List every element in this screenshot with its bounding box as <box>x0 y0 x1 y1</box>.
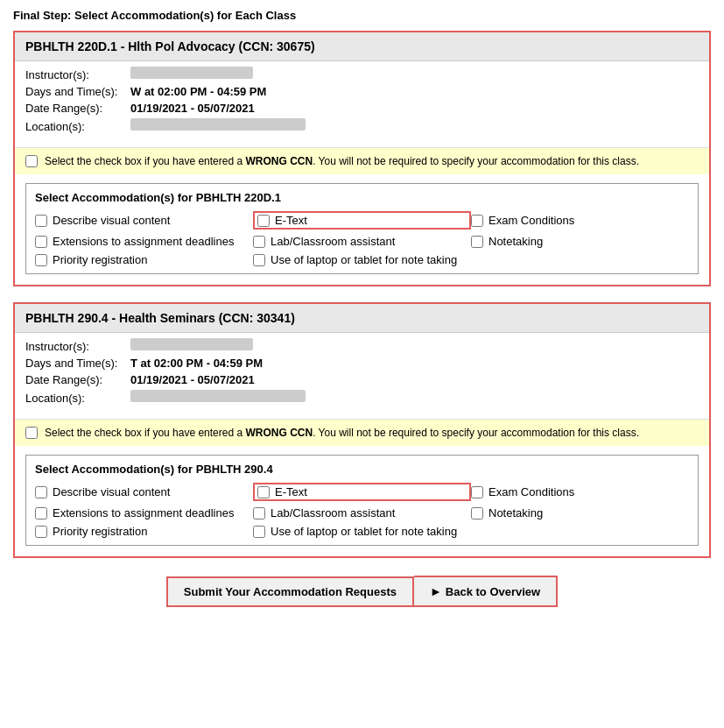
accom-label: Extensions to assignment deadlines <box>53 506 234 519</box>
date-label: Date Range(s): <box>25 373 130 386</box>
wrong-ccn-box-2: Select the check box if you have entered… <box>15 419 709 446</box>
etext-label: E-Text <box>275 485 307 498</box>
accom-item-4: Lab/Classroom assistant <box>253 506 471 519</box>
accom-item-3: Extensions to assignment deadlines <box>35 506 253 519</box>
accom-checkbox-1-7[interactable] <box>253 254 265 266</box>
accom-checkbox-1-4[interactable] <box>253 236 265 248</box>
accommodations-section-1: Select Accommodation(s) for PBHLTH 220D.… <box>25 183 699 274</box>
instructor-row: Instructor(s): <box>25 67 699 81</box>
wrong-ccn-text: Select the check box if you have entered… <box>45 155 639 167</box>
class-info-2: Instructor(s):Days and Time(s):T at 02:0… <box>15 333 709 413</box>
accom-label: Extensions to assignment deadlines <box>53 235 234 248</box>
days-value: T at 02:00 PM - 04:59 PM <box>130 357 263 370</box>
etext-item-2: E-Text <box>253 483 471 501</box>
location-label: Location(s): <box>25 392 130 405</box>
location-row: Location(s): <box>25 390 699 405</box>
empty-cell <box>471 525 689 538</box>
etext-checkbox-2[interactable] <box>257 486 270 498</box>
accom-label: Notetaking <box>489 506 543 519</box>
accom-item-4: Lab/Classroom assistant <box>253 235 471 248</box>
accom-checkbox-1-6[interactable] <box>35 254 47 266</box>
accom-item-5: Notetaking <box>471 235 689 248</box>
footer-buttons: Submit Your Accommodation Requests ►Back… <box>13 576 711 607</box>
days-label: Days and Time(s): <box>25 357 130 370</box>
accom-checkbox-2-0[interactable] <box>35 486 47 498</box>
date-value: 01/19/2021 - 05/07/2021 <box>130 373 255 386</box>
accom-label: Notetaking <box>489 235 543 248</box>
accom-item-2: Exam Conditions <box>471 483 689 501</box>
accom-item-7: Use of laptop or tablet for note taking <box>253 525 471 538</box>
submit-button[interactable]: Submit Your Accommodation Requests <box>166 576 414 607</box>
accom-label: Exam Conditions <box>489 214 574 227</box>
wrong-ccn-checkbox-2[interactable] <box>25 427 38 439</box>
accom-checkbox-1-3[interactable] <box>35 236 47 248</box>
accom-item-3: Extensions to assignment deadlines <box>35 235 253 248</box>
accommodations-section-2: Select Accommodation(s) for PBHLTH 290.4… <box>25 455 699 546</box>
empty-cell <box>471 253 689 266</box>
accom-checkbox-2-2[interactable] <box>471 486 483 498</box>
days-row: Days and Time(s):W at 02:00 PM - 04:59 P… <box>25 85 699 98</box>
accom-item-5: Notetaking <box>471 506 689 519</box>
location-row: Location(s): <box>25 118 699 133</box>
accommodations-header-1: Select Accommodation(s) for PBHLTH 220D.… <box>35 191 689 204</box>
accom-label: Lab/Classroom assistant <box>271 235 395 248</box>
accom-checkbox-2-7[interactable] <box>253 526 265 538</box>
date-label: Date Range(s): <box>25 102 130 115</box>
instructor-value <box>130 338 253 350</box>
accom-checkbox-2-3[interactable] <box>35 507 47 519</box>
accom-checkbox-1-5[interactable] <box>471 236 483 248</box>
accom-label: Lab/Classroom assistant <box>271 506 395 519</box>
accom-checkbox-1-2[interactable] <box>471 215 483 227</box>
accom-item-7: Use of laptop or tablet for note taking <box>253 253 471 266</box>
accom-label: Use of laptop or tablet for note taking <box>271 253 457 266</box>
date-value: 01/19/2021 - 05/07/2021 <box>130 102 255 115</box>
class-header-1: PBHLTH 220D.1 - Hlth Pol Advocacy (CCN: … <box>15 32 709 61</box>
location-value <box>130 390 306 402</box>
date-row: Date Range(s):01/19/2021 - 05/07/2021 <box>25 102 699 115</box>
class-card-1: PBHLTH 220D.1 - Hlth Pol Advocacy (CCN: … <box>13 31 711 286</box>
accom-checkbox-1-0[interactable] <box>35 215 47 227</box>
etext-label: E-Text <box>275 214 307 227</box>
instructor-value <box>130 67 253 79</box>
instructor-label: Instructor(s): <box>25 68 130 81</box>
accom-label: Exam Conditions <box>489 485 574 498</box>
accom-checkbox-2-4[interactable] <box>253 507 265 519</box>
accom-item-2: Exam Conditions <box>471 211 689 230</box>
class-card-2: PBHLTH 290.4 - Health Seminars (CCN: 303… <box>13 302 711 558</box>
accom-item-6: Priority registration <box>35 253 253 266</box>
class-info-1: Instructor(s):Days and Time(s):W at 02:0… <box>15 61 709 142</box>
back-to-overview-button[interactable]: ►Back to Overview <box>414 576 558 607</box>
page-title: Final Step: Select Accommodation(s) for … <box>13 9 711 22</box>
accom-item-6: Priority registration <box>35 525 253 538</box>
days-row: Days and Time(s):T at 02:00 PM - 04:59 P… <box>25 357 699 370</box>
back-label: Back to Overview <box>446 585 540 598</box>
wrong-ccn-box-1: Select the check box if you have entered… <box>15 147 709 174</box>
accom-item-0: Describe visual content <box>35 483 253 501</box>
accom-label: Describe visual content <box>53 214 170 227</box>
accom-checkbox-2-6[interactable] <box>35 526 47 538</box>
instructor-row: Instructor(s): <box>25 338 699 353</box>
accommodations-grid-2: Describe visual contentE-TextExam Condit… <box>35 483 689 538</box>
accommodations-header-2: Select Accommodation(s) for PBHLTH 290.4 <box>35 463 689 476</box>
etext-checkbox-1[interactable] <box>257 215 270 227</box>
date-row: Date Range(s):01/19/2021 - 05/07/2021 <box>25 373 699 386</box>
arrow-icon: ► <box>430 584 442 598</box>
etext-item-1: E-Text <box>253 211 471 230</box>
location-value <box>130 118 306 131</box>
accom-item-0: Describe visual content <box>35 211 253 230</box>
accom-checkbox-2-5[interactable] <box>471 507 483 519</box>
wrong-ccn-text: Select the check box if you have entered… <box>45 427 639 439</box>
accom-label: Priority registration <box>53 253 147 266</box>
days-label: Days and Time(s): <box>25 85 130 98</box>
location-label: Location(s): <box>25 120 130 133</box>
wrong-ccn-checkbox-1[interactable] <box>25 155 38 167</box>
accom-label: Use of laptop or tablet for note taking <box>271 525 457 538</box>
days-value: W at 02:00 PM - 04:59 PM <box>130 85 266 98</box>
accom-label: Priority registration <box>53 525 147 538</box>
instructor-label: Instructor(s): <box>25 340 130 353</box>
accommodations-grid-1: Describe visual contentE-TextExam Condit… <box>35 211 689 266</box>
class-header-2: PBHLTH 290.4 - Health Seminars (CCN: 303… <box>15 304 709 333</box>
accom-label: Describe visual content <box>53 485 170 498</box>
